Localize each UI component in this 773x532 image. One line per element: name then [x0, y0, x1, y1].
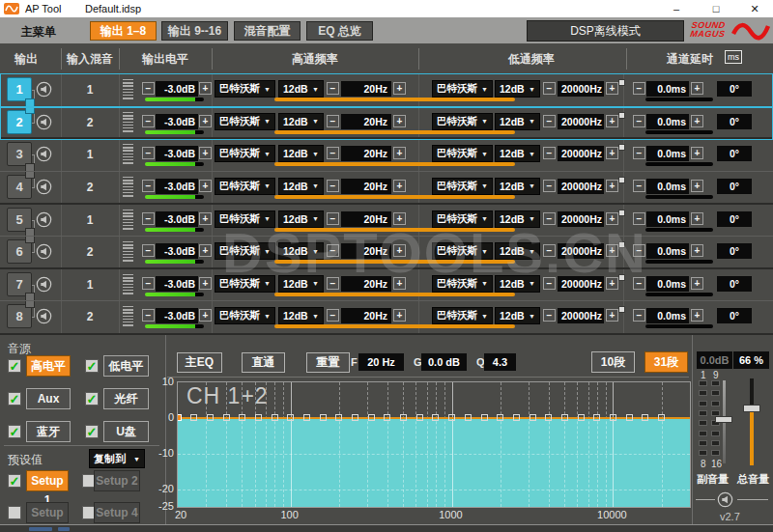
delay-decrease-button[interactable]: − — [633, 277, 645, 290]
dsp-offline-mode-button[interactable]: DSP离线模式 — [527, 20, 684, 42]
level-decrease-button[interactable]: − — [142, 277, 155, 290]
lpf-freq-field[interactable]: 20000Hz — [558, 211, 604, 227]
eq-band-handle[interactable] — [545, 414, 552, 421]
lpf-freq-decrease-button[interactable]: − — [543, 244, 556, 257]
hpf-freq-decrease-button[interactable]: − — [327, 147, 339, 159]
q-field[interactable]: 4.3 — [484, 353, 516, 371]
fader-icon[interactable] — [123, 79, 133, 99]
reset-button[interactable]: 重置 — [306, 352, 350, 373]
source-button[interactable]: 蓝牙 — [26, 421, 71, 442]
setup-button[interactable]: Setup 2 — [94, 470, 140, 491]
delay-checkbox[interactable] — [618, 306, 625, 313]
hpf-freq-field[interactable]: 20Hz — [341, 308, 391, 323]
hpf-slope-dropdown[interactable]: 12dB▼ — [278, 145, 324, 162]
delay-checkbox[interactable] — [618, 112, 625, 119]
level-field[interactable]: -3.0dB — [156, 114, 198, 129]
hpf-freq-increase-button[interactable]: + — [393, 309, 406, 322]
hpf-freq-field[interactable]: 20Hz — [341, 146, 391, 161]
eq-band-handle[interactable] — [561, 414, 568, 421]
source-checkbox[interactable]: ✓ — [85, 392, 99, 406]
hpf-slope-dropdown[interactable]: 12dB▼ — [278, 178, 324, 195]
source-button[interactable]: 高电平 — [26, 355, 71, 377]
phase-field[interactable]: 0° — [717, 243, 752, 259]
hpf-freq-decrease-button[interactable]: − — [327, 82, 339, 95]
delay-increase-button[interactable]: + — [691, 115, 703, 127]
setup-checkbox[interactable] — [8, 506, 21, 519]
sub-volume-slider-handle[interactable] — [715, 416, 732, 423]
hpf-slope-dropdown[interactable]: 12dB▼ — [278, 210, 324, 228]
delay-decrease-button[interactable]: − — [633, 82, 645, 95]
tab-2[interactable]: 输出 9--16 — [161, 21, 228, 41]
lpf-freq-decrease-button[interactable]: − — [543, 82, 556, 95]
main-eq-button[interactable]: 主EQ — [177, 352, 222, 373]
master-volume-slider-track-fill[interactable] — [750, 407, 754, 465]
hpf-freq-decrease-button[interactable]: − — [327, 180, 339, 192]
source-button[interactable]: 光纤 — [103, 388, 149, 409]
tab-4[interactable]: EQ 总览 — [306, 21, 373, 41]
lpf-slope-dropdown[interactable]: 12dB▼ — [495, 145, 540, 162]
hpf-slope-dropdown[interactable]: 12dB▼ — [278, 275, 324, 293]
delay-field[interactable]: 0.0ms — [646, 308, 689, 323]
eq-band-handle[interactable] — [177, 414, 182, 421]
setup-button[interactable]: Setup 1 — [26, 470, 69, 491]
source-button[interactable]: U盘 — [103, 421, 149, 442]
hpf-freq-increase-button[interactable]: + — [393, 244, 406, 257]
eq-band-handle[interactable] — [658, 414, 665, 421]
eq-band-handle[interactable] — [207, 414, 214, 421]
eq-band-handle[interactable] — [593, 414, 600, 421]
delay-decrease-button[interactable]: − — [633, 115, 645, 127]
lpf-type-dropdown[interactable]: 巴特沃斯▼ — [432, 210, 493, 228]
hpf-slope-dropdown[interactable]: 12dB▼ — [278, 307, 324, 324]
level-field[interactable]: -3.0dB — [156, 211, 198, 227]
eq-band-handle[interactable] — [610, 414, 616, 421]
lpf-freq-increase-button[interactable]: + — [606, 277, 618, 290]
level-field[interactable]: -3.0dB — [156, 276, 198, 292]
hpf-freq-field[interactable]: 20Hz — [341, 114, 391, 129]
delay-checkbox[interactable] — [618, 274, 625, 281]
level-increase-button[interactable]: + — [199, 115, 212, 127]
lpf-freq-increase-button[interactable]: + — [606, 147, 618, 159]
lpf-slope-dropdown[interactable]: 12dB▼ — [495, 275, 540, 293]
phase-field[interactable]: 0° — [717, 81, 752, 97]
hpf-freq-decrease-button[interactable]: − — [327, 309, 339, 322]
delay-increase-button[interactable]: + — [691, 309, 703, 322]
delay-decrease-button[interactable]: − — [633, 244, 645, 257]
hpf-type-dropdown[interactable]: 巴特沃斯▼ — [215, 145, 275, 162]
delay-decrease-button[interactable]: − — [633, 309, 645, 322]
lpf-freq-field[interactable]: 20000Hz — [558, 276, 604, 292]
level-decrease-button[interactable]: − — [142, 212, 155, 225]
eq-band-handle[interactable] — [530, 414, 536, 421]
level-field[interactable]: -3.0dB — [156, 146, 198, 161]
eq-band-handle[interactable] — [272, 414, 278, 421]
lpf-type-dropdown[interactable]: 巴特沃斯▼ — [432, 113, 493, 130]
lpf-slope-dropdown[interactable]: 12dB▼ — [495, 178, 540, 195]
bypass-button[interactable]: 直通 — [242, 352, 285, 373]
lpf-freq-field[interactable]: 20000Hz — [558, 179, 604, 194]
speaker-icon[interactable] — [36, 81, 52, 98]
hpf-type-dropdown[interactable]: 巴特沃斯▼ — [215, 80, 275, 98]
lpf-freq-increase-button[interactable]: + — [606, 115, 618, 127]
eq-band-handle[interactable] — [320, 414, 327, 421]
lpf-freq-increase-button[interactable]: + — [606, 82, 618, 95]
eq-band-handle[interactable] — [416, 414, 423, 421]
lpf-freq-field[interactable]: 20000Hz — [558, 81, 604, 97]
delay-increase-button[interactable]: + — [691, 82, 703, 95]
eq-band-handle[interactable] — [335, 414, 342, 421]
delay-unit-toggle[interactable]: ms — [725, 50, 742, 64]
speaker-icon[interactable] — [36, 308, 52, 324]
speaker-icon[interactable] — [36, 146, 52, 162]
lpf-freq-decrease-button[interactable]: − — [543, 147, 556, 159]
source-button[interactable]: Aux — [26, 388, 71, 409]
phase-field[interactable]: 0° — [717, 211, 752, 227]
main-menu-button[interactable]: 主菜单 — [21, 24, 56, 41]
eq-band-handle[interactable] — [255, 414, 262, 421]
fader-icon[interactable] — [123, 144, 133, 164]
eq-band-handle[interactable] — [481, 414, 488, 421]
lpf-type-dropdown[interactable]: 巴特沃斯▼ — [432, 80, 493, 98]
lpf-freq-increase-button[interactable]: + — [606, 244, 618, 257]
source-checkbox[interactable]: ✓ — [85, 425, 99, 438]
level-decrease-button[interactable]: − — [142, 180, 155, 192]
fader-icon[interactable] — [123, 306, 133, 326]
fader-icon[interactable] — [123, 274, 133, 294]
hpf-type-dropdown[interactable]: 巴特沃斯▼ — [215, 307, 275, 324]
